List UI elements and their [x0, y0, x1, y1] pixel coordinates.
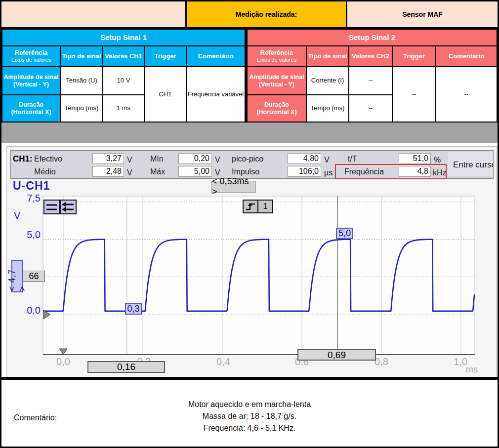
- comment-section: Comentário: Motor aquecido e em marcha-l…: [1, 377, 498, 447]
- cursor1-voltage-label[interactable]: 0,3: [125, 303, 142, 315]
- trace-title: U-CH1: [13, 179, 50, 193]
- trigger-channel-number: 1: [258, 201, 272, 212]
- setup-signal-2-table: Setup Sinal 2 ReferênciaEixos de valores…: [247, 29, 498, 122]
- row-label: Amplitude de sinal: [3, 74, 58, 81]
- col-label: Referência: [15, 49, 47, 57]
- cursor-lines-glyph: [44, 201, 59, 213]
- row-sublabel: (Vertical - Y): [13, 81, 49, 88]
- y-tick-5-0: 5,0: [21, 229, 41, 241]
- cursor2-voltage-label[interactable]: 5,0: [336, 228, 353, 239]
- setup2-trigger-value: --: [393, 67, 435, 122]
- setup-tables: Setup Sinal 1 ReferênciaEixos de valores…: [1, 29, 498, 122]
- header-sensor-name: Sensor MAF: [347, 1, 498, 27]
- comment-line-3: Frequencia: 4,6 - 5,1 KHz.: [1, 422, 498, 434]
- setup1-tipo-1: Tensão (U): [61, 67, 102, 94]
- rising-edge-icon: [244, 201, 258, 212]
- comment-text: Motor aquecido e em marcha-lenta Massa d…: [1, 399, 498, 434]
- setup2-tipo-1: Corrente (I): [307, 67, 348, 94]
- setup1-col-comentario: Comentário: [187, 46, 245, 66]
- horizontal-cursors-icon[interactable]: [43, 200, 60, 214]
- setup2-col-referencia: ReferênciaEixos de valores: [248, 46, 306, 66]
- setup-signal-1-table: Setup Sinal 1 ReferênciaEixos de valores…: [1, 29, 246, 122]
- setup1-col-tipo: Tipo de sinal: [61, 46, 102, 66]
- y-tick-0-0: 0,0: [21, 305, 41, 316]
- setup1-valor-1: 10 V: [103, 67, 144, 94]
- left-arrows-glyph: [61, 201, 76, 213]
- trigger-number-text: 1: [263, 202, 268, 211]
- setup1-col-trigger: Trigger: [145, 46, 186, 66]
- setup2-comment-value: --: [436, 67, 497, 122]
- comment-line-1: Motor aquecido e em marcha-lenta: [1, 399, 498, 410]
- header-measured-label: Medição realizada:: [187, 1, 347, 27]
- y-axis-unit: V: [14, 210, 20, 221]
- col-label: Referência: [260, 49, 293, 57]
- cursor1-time-box[interactable]: 0,16: [87, 361, 165, 373]
- report-page: Medição realizada: Sensor MAF Setup Sina…: [0, 0, 499, 448]
- plot-background: [43, 196, 475, 355]
- cursor2-time-box[interactable]: 0,69: [297, 349, 376, 361]
- header-row: Medição realizada: Sensor MAF: [1, 1, 498, 29]
- trigger-settings-icon[interactable]: 1: [243, 200, 273, 213]
- move-cursors-left-icon[interactable]: [60, 200, 77, 214]
- x-axis-unit: ms: [465, 364, 478, 375]
- row-sublabel: (Horizontal X): [256, 109, 296, 116]
- row-label: Duração: [19, 101, 43, 108]
- setup2-valor-2: --: [349, 95, 392, 122]
- row-sublabel: (Horizontal X): [11, 109, 51, 116]
- setup1-valor-2: 1 ms: [103, 95, 144, 122]
- setup2-title: Setup Sinal 2: [248, 30, 497, 45]
- cursor-delta-voltage-box[interactable]: < 4,7 >: [11, 260, 23, 292]
- setup1-col-referencia: ReferênciaEixos de valores: [2, 46, 60, 66]
- setup1-row-duracao: Duração(Horizontal X): [2, 95, 60, 122]
- setup1-trigger-value: CH1: [145, 67, 186, 122]
- setup2-row-amplitude: Amplitude de sinal(Vertical - Y): [248, 67, 306, 94]
- x-tick-0-0: 0,0: [52, 356, 74, 367]
- setup1-tipo-2: Tempo (ms): [61, 95, 102, 122]
- setup2-row-duracao: Duração(Horizontal X): [248, 95, 306, 122]
- setup1-col-valores: Valores CH1: [103, 46, 144, 66]
- setup1-title: Setup Sinal 1: [2, 30, 245, 45]
- setup1-comment-value: Frequência variável: [187, 67, 245, 122]
- x-tick-0-4: 0,4: [212, 356, 234, 367]
- row-sublabel: (Vertical - Y): [259, 81, 294, 88]
- setup2-valor-1: --: [349, 67, 392, 94]
- setup1-row-amplitude: Amplitude de sinal(Vertical - Y): [2, 67, 60, 94]
- oscilloscope-screenshot: CH1: Efectivo 3,27 V Mín 0,20 V pico-pic…: [6, 146, 497, 378]
- setup2-col-valores: Valores CH2: [349, 46, 392, 66]
- setup2-col-trigger: Trigger: [393, 46, 435, 66]
- comment-line-2: Massa de ar: 18 - 18,7 g/s.: [1, 410, 498, 422]
- row-label: Amplitude de sinal: [249, 74, 304, 81]
- header-empty-cell: [1, 1, 187, 27]
- col-sublabel: Eixos de valores: [11, 57, 51, 63]
- row-label: Duração: [264, 101, 289, 108]
- cursor-y-position-box[interactable]: 66: [23, 271, 45, 282]
- setup2-col-comentario: Comentário: [436, 46, 497, 66]
- cursor-delta-time-box[interactable]: < 0,53ms >: [211, 181, 256, 193]
- setup2-col-tipo: Tipo de sinal: [307, 46, 348, 66]
- separator-band: [1, 122, 498, 143]
- setup2-tipo-2: Tempo (ms): [307, 95, 348, 122]
- col-sublabel: Eixos de valores: [257, 57, 297, 63]
- y-tick-7-5: 7,5: [21, 193, 41, 204]
